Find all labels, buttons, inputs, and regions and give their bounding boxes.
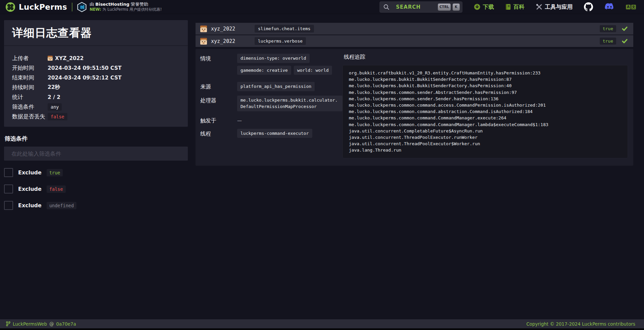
stack-trace-line: me.lucko.luckperms.common.sender.Sender.… (349, 96, 622, 102)
truncated-badge: false (48, 113, 67, 120)
end-time: 2024-03-24 09:52:12 CST (48, 75, 121, 81)
top-navbar: LuckPerms B 由 BisectHosting 荣誉赞助 NEW: 为 … (0, 0, 644, 14)
stack-trace-line: me.lucko.luckperms.common.command.Comman… (349, 121, 622, 128)
processor-badge: me.lucko.luckperms.bukkit.calculator.Def… (237, 96, 342, 111)
search-input[interactable]: SEARCH CTRL K (379, 1, 463, 13)
nav-link-label: 工具与应用 (545, 3, 573, 11)
player-avatar (200, 38, 207, 45)
exclude-checkbox[interactable] (4, 184, 13, 194)
count: 2 / 2 (48, 94, 60, 100)
log-entry-list: xyz_2022 slimefun.cheat.items true xyz_2… (196, 23, 633, 47)
log-entry-row[interactable]: xyz_2022 luckperms.verbose true (196, 35, 633, 47)
stack-trace-line: java.util.concurrent.ThreadPoolExecutor$… (349, 141, 622, 147)
brand[interactable]: LuckPerms (5, 2, 67, 12)
discord-icon (604, 3, 614, 11)
start-time: 2024-03-24 09:51:50 CST (48, 65, 121, 71)
entry-detail-panel: 情境 dimension-type: overworld gamemode: c… (196, 49, 633, 166)
exclude-filter-list: Exclude true Exclude false Exclude undef… (4, 168, 188, 210)
stack-trace-line: me.lucko.luckperms.common.command.Comman… (349, 115, 622, 121)
footer: LuckPermsWeb @ 0a70e7a Copyright © 2017-… (0, 319, 644, 328)
exclude-row: Exclude false (4, 184, 188, 194)
exclude-label: Exclude (18, 202, 42, 209)
meta-row-start: 开始时间 2024-03-24 09:51:50 CST (12, 63, 180, 73)
git-branch-icon (6, 321, 10, 326)
exclude-row: Exclude undefined (4, 201, 188, 210)
sponsor-line1: 由 BisectHosting 荣誉赞助 (90, 2, 162, 7)
detail-row-cause: 触发于 — (200, 116, 342, 124)
stack-trace-line: java.util.concurrent.CompletableFuture$A… (349, 128, 622, 134)
meta-row-uploader: 上传者 XYZ_2022 (12, 53, 180, 63)
uploader-name: XYZ_2022 (55, 55, 84, 61)
download-icon (474, 4, 480, 10)
result-check-icon (622, 25, 628, 32)
meta-row-end: 结束时间 2024-03-24 09:52:12 CST (12, 73, 180, 82)
filter-mode-badge: any (48, 103, 62, 111)
entry-permission-badge: slimefun.cheat.items (255, 25, 314, 33)
detail-row-origin: 来源 platform_api_has_permission (200, 82, 342, 91)
footer-app-name: LuckPermsWeb (13, 321, 47, 327)
stack-trace-line: java.util.concurrent.ThreadPoolExecutor.… (349, 134, 622, 141)
thread-badge: luckperms-command-executor (237, 129, 312, 138)
exclude-label: Exclude (18, 186, 42, 192)
filter-input[interactable] (4, 147, 188, 161)
cause-value: — (237, 116, 242, 123)
github-icon (584, 2, 593, 11)
exclude-checkbox[interactable] (4, 201, 13, 210)
brand-name: LuckPerms (19, 3, 67, 11)
wiki-book-icon (505, 4, 511, 10)
translate-a-icon: A (626, 5, 631, 9)
detail-row-processor: 处理器 me.lucko.luckperms.bukkit.calculator… (200, 96, 342, 111)
stack-trace-line: java.lang.Thread.run (349, 147, 622, 153)
ctrl-keycap: CTRL (438, 3, 450, 11)
luckperms-logo-icon (5, 2, 15, 12)
nav-link-download[interactable]: 下载 (474, 3, 494, 11)
sponsor-line2: NEW: 为 LuckPerms 用户提供特别优惠! (90, 7, 162, 12)
stack-trace-line: me.lucko.luckperms.bukkit.BukkitSenderFa… (349, 76, 622, 82)
bisecthosting-logo-icon: B (77, 2, 87, 12)
k-keycap: K (452, 3, 460, 11)
stack-trace-line: me.lucko.luckperms.common.sender.Abstrac… (349, 89, 622, 96)
log-viewer-main: xyz_2022 slimefun.cheat.items true xyz_2… (192, 14, 644, 319)
nav-link-label: 百科 (514, 3, 525, 11)
entry-username: xyz_2022 (211, 38, 255, 44)
page-title: 详细日志查看器 (4, 20, 188, 46)
stack-trace-line: org.bukkit.craftbukkit.v1_20_R3.entity.C… (349, 70, 622, 76)
meta-row-truncated: 数据是否丢失 false (12, 112, 180, 121)
nav-link-tools[interactable]: 工具与应用 (536, 3, 573, 11)
footer-version-link[interactable]: LuckPermsWeb @ 0a70e7a (6, 321, 76, 327)
search-icon (383, 4, 389, 10)
origin-badge: platform_api_has_permission (237, 82, 315, 91)
brand-divider (72, 3, 72, 11)
sidebar: 详细日志查看器 上传者 XYZ_2022 开始时间 2024-03-24 09:… (0, 14, 192, 319)
entry-permission-badge: luckperms.verbose (255, 37, 306, 45)
entry-username: xyz_2022 (211, 26, 255, 32)
sponsor-banner[interactable]: B 由 BisectHosting 荣誉赞助 NEW: 为 LuckPerms … (77, 2, 162, 12)
nav-link-wiki[interactable]: 百科 (505, 3, 525, 11)
meta-row-count: 统计 2 / 2 (12, 92, 180, 102)
uploader-avatar (48, 56, 53, 61)
exclude-value-badge: undefined (47, 202, 76, 209)
log-meta-card: 详细日志查看器 上传者 XYZ_2022 开始时间 2024-03-24 09:… (4, 20, 188, 127)
stack-trace-box: org.bukkit.craftbukkit.v1_20_R3.entity.C… (342, 65, 628, 158)
context-badge: world: world (294, 66, 332, 75)
stack-trace-line: me.lucko.luckperms.bukkit.BukkitSenderFa… (349, 82, 622, 89)
filter-section-heading: 筛选条件 (5, 135, 188, 143)
language-switcher[interactable]: A 文 (626, 5, 636, 9)
github-link[interactable] (584, 2, 593, 11)
svg-text:B: B (80, 5, 84, 10)
exclude-label: Exclude (18, 169, 42, 176)
result-check-icon (622, 38, 628, 44)
exclude-value-badge: false (47, 185, 66, 193)
bottom-strip (0, 328, 644, 330)
detail-row-thread: 线程 luckperms-command-executor (200, 129, 342, 138)
stack-trace-line: me.lucko.luckperms.common.command.abstra… (349, 108, 622, 115)
tools-icon (536, 4, 542, 10)
log-entry-row[interactable]: xyz_2022 slimefun.cheat.items true (196, 23, 633, 35)
footer-commit-hash: 0a70e7a (56, 321, 76, 327)
context-badge: gamemode: creative (237, 66, 291, 75)
discord-link[interactable] (604, 3, 614, 11)
exclude-checkbox[interactable] (4, 168, 13, 177)
nav-link-label: 下载 (483, 3, 494, 11)
search-label: SEARCH (396, 4, 421, 10)
stack-trace-line: me.lucko.luckperms.common.command.access… (349, 102, 622, 108)
